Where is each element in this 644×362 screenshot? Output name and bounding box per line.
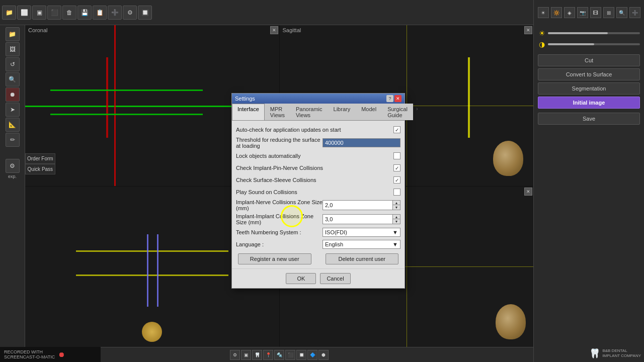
brightness-fill [548, 32, 608, 34]
viewport-close-axial[interactable]: ✕ [524, 188, 532, 196]
left-btn-settings[interactable]: ⚙ [6, 159, 20, 173]
toolbar-btn-2[interactable]: ⬜ [17, 6, 31, 20]
spinbox-implant-zone: 3,0 ▲ ▼ [323, 214, 400, 224]
rp-icon-1[interactable]: ☀ [538, 7, 549, 18]
tab-mpr-views[interactable]: MPR Views [265, 104, 290, 120]
spinbox-nerve-down[interactable]: ▼ [393, 205, 400, 210]
left-btn-draw[interactable]: ✏ [6, 133, 20, 147]
cancel-button[interactable]: Cancel [320, 273, 350, 284]
spinbox-implant-down[interactable]: ▼ [393, 219, 400, 224]
settings-row-sound: Play Sound on Collisions [236, 187, 400, 197]
screencast-text1: RECORDED WITH [4, 349, 55, 354]
convert-surface-button[interactable]: Convert to Surface [538, 68, 640, 80]
rp-icon-7[interactable]: 🔍 [616, 7, 627, 18]
input-threshold[interactable] [323, 138, 400, 147]
select-teeth[interactable]: ISO(FDI) ▼ [323, 228, 400, 237]
tab-model[interactable]: Model [356, 104, 382, 120]
dialog-help-button[interactable]: ? [386, 95, 393, 102]
register-user-button[interactable]: Register a new user [238, 253, 311, 264]
dialog-action-row: Register a new user Delete current user [236, 253, 400, 264]
bottom-icon-4[interactable]: 📍 [263, 350, 273, 360]
ok-button[interactable]: OK [286, 273, 316, 284]
checkbox-lock[interactable] [393, 152, 400, 159]
initial-image-button[interactable]: Initial image [538, 97, 640, 109]
tab-library[interactable]: Library [328, 104, 356, 120]
yellow-dome [142, 322, 162, 342]
rp-icon-3[interactable]: ◈ [564, 7, 575, 18]
checkbox-implant-pin[interactable] [393, 164, 400, 171]
cut-button[interactable]: Cut [538, 54, 640, 66]
toolbar-btn-1[interactable]: 📁 [2, 6, 16, 20]
checkbox-autocheck[interactable] [393, 126, 400, 133]
green-bar-bottom [50, 114, 203, 115]
settings-dialog[interactable]: Settings ? ✕ Interface MPR Views Panoram… [231, 93, 405, 289]
bb-logo-text: B&B DENTALIMPLANT COMPANY [602, 348, 641, 359]
rp-icon-5[interactable]: 🎞 [590, 7, 601, 18]
blue-line-left [147, 234, 148, 307]
left-btn-image[interactable]: 🖼 [6, 42, 20, 56]
bottom-icon-9[interactable]: ⬢ [318, 350, 329, 360]
rp-icon-6[interactable]: ⊞ [603, 7, 614, 18]
segmentation-button[interactable]: Segmentation [538, 82, 640, 95]
order-form-label[interactable]: Order Form [25, 153, 55, 164]
toolbar-btn-8[interactable]: ➕ [108, 6, 122, 20]
brightness-track[interactable] [548, 32, 640, 34]
brightness-row: ☀ [538, 29, 640, 37]
bottom-icon-1[interactable]: ⚙ [230, 350, 240, 360]
viewport-close-sagittal[interactable]: ✕ [524, 26, 532, 34]
left-btn-measure[interactable]: 📐 [6, 118, 20, 132]
toolbar-btn-7[interactable]: 📋 [93, 6, 107, 20]
label-implant-pin: Check Implant-Pin-Nerve Collisions [236, 165, 393, 171]
side-labels: Order Form Quick Pass [25, 153, 55, 174]
label-threshold: Threshold for reducing the surface at lo… [236, 137, 323, 149]
rp-icon-4[interactable]: 📷 [577, 7, 588, 18]
bottom-icon-5[interactable]: 🔩 [274, 350, 284, 360]
left-btn-arrow[interactable]: ➤ [6, 103, 20, 117]
delete-user-button[interactable]: Delete current user [326, 253, 399, 264]
rp-icon-8[interactable]: ➕ [629, 7, 640, 18]
app-container: 📁 ⬜ ▣ ⬛ 🗑 💾 📋 ➕ ⚙ 🔲 📁 🖼 ↺ 🔍 ⏺ ➤ 📐 ✏ ⚙ ex… [0, 0, 644, 362]
toolbar-btn-10[interactable]: 🔲 [138, 6, 152, 20]
bottom-icon-2[interactable]: ▣ [241, 350, 251, 360]
tab-surgical-guide[interactable]: Surgical Guide [382, 104, 413, 120]
chevron-down-icon: ▼ [392, 229, 398, 235]
bottom-icon-3[interactable]: 🦷 [252, 350, 262, 360]
save-button[interactable]: Save [538, 113, 640, 125]
rp-icon-2[interactable]: 🔆 [551, 7, 562, 18]
settings-row-implant-zone: Implant-Implant Collisions Zone Size (mm… [236, 213, 400, 225]
label-implant-zone: Implant-Implant Collisions Zone Size (mm… [236, 213, 323, 225]
bottom-icon-7[interactable]: 🔲 [296, 350, 306, 360]
right-panel: ☀ 🔆 ◈ 📷 🎞 ⊞ 🔍 ➕ ☀ ◑ [533, 0, 644, 362]
bottom-icon-6[interactable]: ⬛ [285, 350, 295, 360]
tab-interface[interactable]: Interface [232, 104, 265, 120]
yellow-line-top [76, 250, 228, 252]
contrast-track[interactable] [548, 43, 640, 45]
settings-row-nerve-zone: Implant-Nerve Collisions Zone Size (mm) … [236, 199, 400, 211]
checkbox-sound[interactable] [393, 189, 400, 196]
toolbar-btn-4[interactable]: ⬛ [47, 6, 61, 20]
left-btn-record[interactable]: ⏺ [6, 87, 20, 102]
spinbox-implant-up[interactable]: ▲ [393, 215, 400, 219]
left-btn-rotate[interactable]: ↺ [6, 57, 20, 71]
toolbar-btn-5[interactable]: 🗑 [62, 6, 76, 20]
spinbox-nerve-up[interactable]: ▲ [393, 201, 400, 205]
toolbar-btn-3[interactable]: ▣ [32, 6, 46, 20]
screencast-logo-icon: ⏺ [58, 350, 65, 358]
bottom-icon-8[interactable]: 🔷 [307, 350, 317, 360]
settings-row-autocheck: Auto-check for application updates on st… [236, 125, 400, 135]
quick-pass-label[interactable]: Quick Pass [25, 164, 55, 174]
left-btn-zoom[interactable]: 🔍 [6, 72, 20, 86]
green-bar-top [50, 89, 203, 91]
toolbar-btn-6[interactable]: 💾 [77, 6, 92, 20]
right-buttons: Cut Convert to Surface Segmentation Init… [534, 52, 644, 111]
right-sliders: ☀ ◑ [534, 25, 644, 52]
tab-panoramic-views[interactable]: Panoramic Views [290, 104, 328, 120]
viewport-close-coronal[interactable]: ✕ [270, 26, 278, 34]
tab-more[interactable]: › [413, 104, 421, 120]
select-language[interactable]: English ▼ [323, 240, 400, 249]
checkbox-surface-sleeve[interactable] [393, 176, 400, 184]
toolbar-btn-9[interactable]: ⚙ [123, 6, 137, 20]
dialog-close-button[interactable]: ✕ [394, 95, 401, 102]
left-btn-folder[interactable]: 📁 [6, 27, 20, 41]
label-teeth: Teeth Numbering System : [236, 229, 323, 235]
